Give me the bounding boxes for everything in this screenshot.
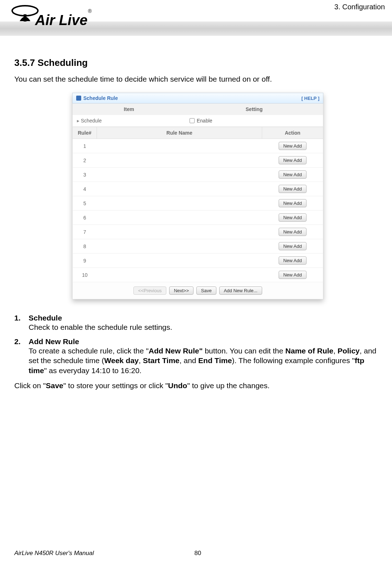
rule-num-cell: 10 <box>73 269 97 281</box>
rule-num-cell: 2 <box>73 155 97 166</box>
new-add-button[interactable]: New Add <box>279 199 307 207</box>
page-content: 3.5.7 Scheduling You can set the schedul… <box>14 57 381 391</box>
instruction-list: 1.ScheduleCheck to enable the schedule r… <box>14 314 381 376</box>
table-row: 3New Add <box>72 168 323 182</box>
rule-name-cell <box>97 258 262 264</box>
rule-name-cell <box>97 158 262 163</box>
panel-titlebar: Schedule Rule [ HELP ] <box>72 93 323 103</box>
table-row: 8New Add <box>72 239 323 254</box>
rule-name-header: Rule Name <box>97 127 262 139</box>
new-add-button[interactable]: New Add <box>279 156 307 164</box>
svg-text:®: ® <box>88 8 92 14</box>
rule-num-cell: 5 <box>73 198 97 209</box>
table-row: 1New Add <box>72 139 323 153</box>
next-button[interactable]: Next>> <box>169 286 193 295</box>
rule-num-cell: 9 <box>73 255 97 266</box>
new-add-button[interactable]: New Add <box>279 228 307 236</box>
panel-footer: <<Previous Next>> Save Add New Rule... <box>72 282 323 299</box>
setting-header: Setting <box>185 103 323 115</box>
rule-name-cell <box>97 229 262 235</box>
section-heading: 3.5.7 Scheduling <box>14 57 381 68</box>
rule-num-cell: 6 <box>73 212 97 223</box>
table-row: 4New Add <box>72 182 323 196</box>
item-header: Item <box>73 103 185 115</box>
new-add-button[interactable]: New Add <box>279 213 307 222</box>
rule-num-cell: 8 <box>73 241 97 252</box>
rule-name-cell <box>97 215 262 221</box>
airlive-logo: Air Live ® <box>7 1 93 34</box>
new-add-button[interactable]: New Add <box>279 142 307 150</box>
panel-title-text: Schedule Rule <box>83 95 118 101</box>
new-add-button[interactable]: New Add <box>279 271 307 279</box>
section-intro: You can set the schedule time to decide … <box>14 75 381 83</box>
add-new-rule-button[interactable]: Add New Rule... <box>219 286 262 295</box>
panel-icon <box>76 96 81 101</box>
rule-name-cell <box>97 143 262 149</box>
rule-num-cell: 3 <box>73 169 97 180</box>
list-item: 1.ScheduleCheck to enable the schedule r… <box>14 314 381 332</box>
new-add-button[interactable]: New Add <box>279 256 307 265</box>
table-row: 7New Add <box>72 225 323 239</box>
action-header: Action <box>262 127 323 139</box>
table-row: 10New Add <box>72 268 323 282</box>
svg-point-0 <box>12 6 38 16</box>
save-button[interactable]: Save <box>196 286 216 295</box>
table-row: 6New Add <box>72 211 323 225</box>
rule-num-header: Rule# <box>73 127 97 139</box>
rule-name-cell <box>97 201 262 206</box>
svg-text:Air Live: Air Live <box>35 12 88 28</box>
rules-table-header: Rule# Rule Name Action <box>72 127 323 139</box>
rule-num-cell: 7 <box>73 226 97 238</box>
table-row: 2New Add <box>72 153 323 168</box>
chapter-label: 3. Configuration <box>334 3 385 11</box>
table-row: 9New Add <box>72 254 323 268</box>
manual-title: AirLive N450R User's Manual <box>14 550 94 557</box>
new-add-button[interactable]: New Add <box>279 242 307 250</box>
page-number: 80 <box>195 550 201 557</box>
enable-checkbox[interactable] <box>190 118 195 123</box>
new-add-button[interactable]: New Add <box>279 170 307 179</box>
page-footer: AirLive N450R User's Manual 80 <box>14 550 381 557</box>
rule-name-cell <box>97 186 262 192</box>
schedule-enable-row: Schedule Enable <box>72 115 323 127</box>
settings-header-row: Item Setting <box>72 103 323 115</box>
schedule-rule-screenshot: Schedule Rule [ HELP ] Item Setting Sche… <box>72 93 323 299</box>
rule-name-cell <box>97 244 262 249</box>
new-add-button[interactable]: New Add <box>279 185 307 193</box>
rule-num-cell: 4 <box>73 183 97 195</box>
table-row: 5New Add <box>72 196 323 211</box>
rule-num-cell: 1 <box>73 140 97 152</box>
closing-note: Click on "Save" to store your settings o… <box>14 381 381 391</box>
rule-name-cell <box>97 172 262 178</box>
help-link[interactable]: [ HELP ] <box>302 96 319 101</box>
schedule-label: Schedule <box>73 115 185 126</box>
enable-label: Enable <box>197 118 212 124</box>
rule-name-cell <box>97 272 262 278</box>
previous-button[interactable]: <<Previous <box>133 286 166 295</box>
list-item: 2.Add New RuleTo create a schedule rule,… <box>14 337 381 376</box>
panel-title: Schedule Rule <box>76 95 118 101</box>
